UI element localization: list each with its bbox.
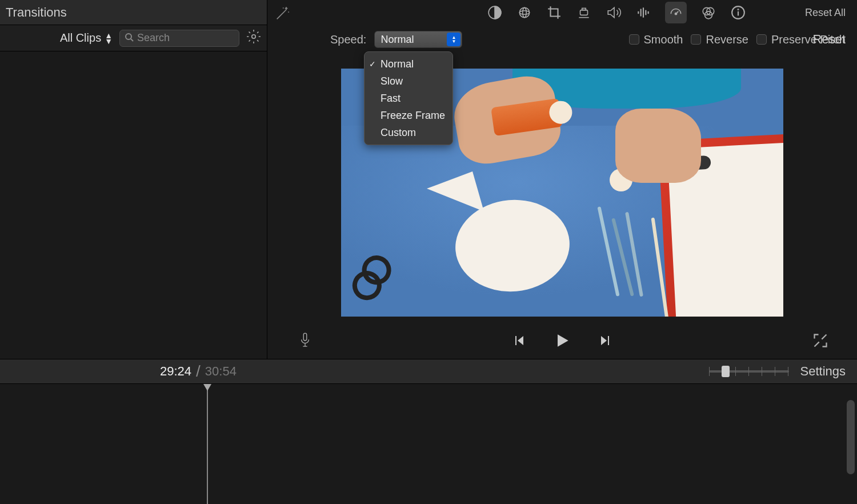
main-panel: Reset All Speed: Normal ▲▼ Smooth Revers… xyxy=(267,0,857,359)
preview-area xyxy=(267,54,857,325)
select-chevrons-icon: ▲▼ xyxy=(447,33,460,46)
svg-point-5 xyxy=(519,7,529,17)
volume-icon[interactable] xyxy=(606,5,622,21)
check-icon: ✓ xyxy=(369,59,376,69)
search-box[interactable] xyxy=(119,30,239,47)
svg-point-6 xyxy=(519,11,529,15)
smooth-checkbox[interactable] xyxy=(629,34,639,45)
svg-point-2 xyxy=(252,34,256,38)
speed-select[interactable]: Normal ▲▼ xyxy=(374,31,462,48)
microphone-icon[interactable] xyxy=(299,332,311,351)
color-correction-icon[interactable] xyxy=(516,5,532,21)
previous-icon[interactable] xyxy=(512,334,526,350)
sidebar-content xyxy=(0,51,267,359)
svg-point-7 xyxy=(523,7,527,17)
reverse-checkbox[interactable] xyxy=(691,34,701,45)
svg-point-0 xyxy=(126,34,131,39)
speed-bar: Speed: Normal ▲▼ Smooth Reverse Preserve… xyxy=(267,25,857,54)
zoom-thumb[interactable] xyxy=(722,366,730,377)
zoom-slider[interactable] xyxy=(709,370,789,373)
timeline-header: 29:24 / 30:54 Settings xyxy=(0,359,857,384)
play-icon[interactable] xyxy=(553,331,571,352)
clips-filter-label: All Clips xyxy=(60,31,101,45)
info-icon[interactable] xyxy=(730,5,746,21)
speed-label: Speed: xyxy=(330,33,366,46)
playback-controls xyxy=(267,325,857,359)
playhead[interactable] xyxy=(207,384,208,504)
search-icon xyxy=(125,33,134,44)
smooth-checkbox-group[interactable]: Smooth xyxy=(629,33,683,46)
smooth-label: Smooth xyxy=(644,33,683,46)
speed-select-value: Normal xyxy=(381,34,414,46)
time-current: 29:24 xyxy=(160,364,191,379)
sidebar-toolbar: All Clips ▲▼ xyxy=(0,25,267,51)
svg-rect-9 xyxy=(582,8,586,10)
reverse-checkbox-group[interactable]: Reverse xyxy=(691,33,748,46)
timeline-area[interactable] xyxy=(0,384,857,504)
sidebar-title: Transitions xyxy=(6,5,261,20)
noise-reduction-icon[interactable] xyxy=(635,5,651,21)
stabilize-icon[interactable] xyxy=(576,5,592,21)
time-separator: / xyxy=(196,366,201,377)
svg-line-1 xyxy=(131,39,133,41)
time-display: 29:24 / 30:54 xyxy=(160,364,237,379)
crop-icon[interactable] xyxy=(546,5,562,21)
svg-point-17 xyxy=(675,13,676,15)
reset-button[interactable]: Reset xyxy=(813,32,846,47)
reset-all-button[interactable]: Reset All xyxy=(805,7,846,19)
speed-option-fast[interactable]: Fast xyxy=(365,90,452,107)
speed-option-normal[interactable]: ✓ Normal xyxy=(365,55,452,73)
speed-icon[interactable] xyxy=(665,2,687,23)
adjustments-bar: Reset All xyxy=(267,0,857,25)
dropdown-chevron-icon: ▲▼ xyxy=(105,33,113,44)
clips-filter-dropdown[interactable]: All Clips ▲▼ xyxy=(60,31,113,45)
fullscreen-icon[interactable] xyxy=(812,333,828,351)
svg-point-23 xyxy=(738,9,738,10)
svg-rect-8 xyxy=(580,10,588,15)
settings-button[interactable]: Settings xyxy=(800,364,846,379)
time-total: 30:54 xyxy=(205,364,237,379)
speed-option-custom[interactable]: Custom xyxy=(365,124,452,141)
speed-option-slow[interactable]: Slow xyxy=(365,73,452,90)
speed-option-freeze[interactable]: Freeze Frame xyxy=(365,107,452,124)
svg-rect-24 xyxy=(303,333,307,341)
filters-icon[interactable] xyxy=(700,5,716,21)
speed-dropdown-menu: ✓ Normal Slow Fast Freeze Frame Custom xyxy=(364,51,453,145)
sidebar: Transitions All Clips ▲▼ xyxy=(0,0,267,359)
gear-icon[interactable] xyxy=(246,29,261,47)
preserve-pitch-checkbox[interactable] xyxy=(756,34,767,45)
sidebar-header: Transitions xyxy=(0,0,267,25)
vertical-scrollbar[interactable] xyxy=(847,400,855,474)
color-balance-icon[interactable] xyxy=(487,5,503,21)
next-icon[interactable] xyxy=(599,334,612,350)
reverse-label: Reverse xyxy=(706,33,748,46)
